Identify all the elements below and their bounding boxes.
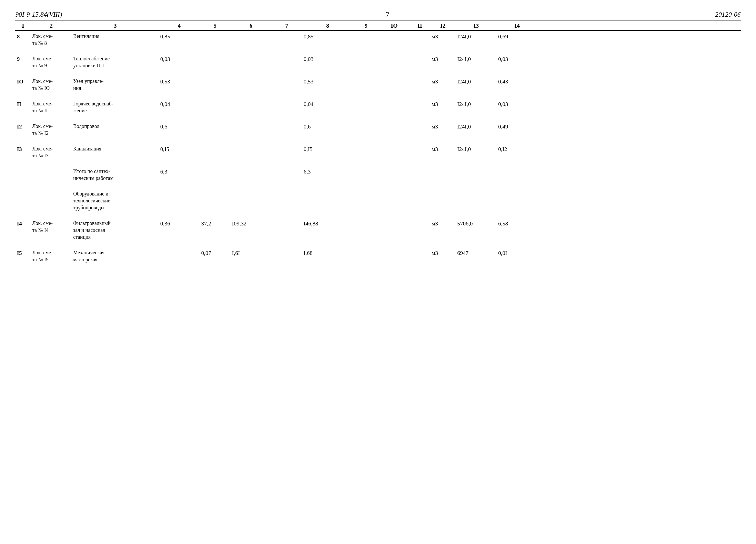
- cell-14: 0,I2: [497, 145, 538, 154]
- cell-1: IO: [15, 77, 31, 86]
- cell-8: [302, 190, 353, 191]
- cell-6: [230, 100, 271, 101]
- column-headers: I 2 3 4 5 6 7 8 9 IO II I2 I3 I4: [15, 20, 741, 31]
- cell-3: Итого по сантех- ническим работам: [72, 167, 159, 182]
- cell-14: 0,49: [497, 122, 538, 131]
- cell-8: 0,04: [302, 100, 353, 109]
- cell-7: [271, 77, 302, 78]
- cell-3: Теплоснабжение установки П-I: [72, 55, 159, 70]
- table-row: I4Лок. сме- та № I4Фильтровальный зал и …: [15, 218, 741, 243]
- cell-11: [410, 145, 430, 146]
- table-row: 9Лок. сме- та № 9Теплоснабжение установк…: [15, 53, 741, 71]
- col-header-11: II: [410, 23, 430, 29]
- col-header-5: 5: [200, 23, 230, 29]
- cell-13: 5706,0: [456, 219, 497, 228]
- col-header-14: I4: [497, 23, 538, 29]
- cell-10: [379, 167, 410, 168]
- cell-12: м3: [430, 145, 456, 154]
- cell-6: [230, 190, 271, 191]
- cell-5: 37,2: [200, 219, 230, 228]
- table-row: Итого по сантех- ническим работам6,36,3: [15, 166, 741, 184]
- cell-12: м3: [430, 77, 456, 86]
- cell-9: [353, 145, 379, 146]
- cell-12: м3: [430, 55, 456, 63]
- cell-10: [379, 249, 410, 250]
- cell-1: [15, 190, 31, 191]
- cell-10: [379, 32, 410, 33]
- cell-12: [430, 167, 456, 168]
- cell-7: [271, 32, 302, 33]
- table-row: I5Лок. сме- та № I5Механическая мастерск…: [15, 247, 741, 265]
- table-body: 8Лок. сме- та № 8Вентиляция0,850,85м3I24…: [15, 31, 741, 270]
- col-header-2: 2: [31, 23, 72, 29]
- cell-4: 0,53: [159, 77, 200, 86]
- cell-5: [200, 145, 230, 146]
- cell-13: I24I,0: [456, 32, 497, 41]
- cell-9: [353, 77, 379, 78]
- cell-1: II: [15, 100, 31, 109]
- cell-12: м3: [430, 122, 456, 131]
- cell-13: [456, 167, 497, 168]
- cell-4: 6,3: [159, 167, 200, 176]
- cell-9: [353, 249, 379, 250]
- cell-1: I4: [15, 219, 31, 228]
- cell-4: 0,85: [159, 32, 200, 41]
- cell-1: 9: [15, 55, 31, 63]
- cell-4: [159, 249, 200, 250]
- cell-10: [379, 55, 410, 56]
- col-header-1: I: [15, 23, 31, 29]
- cell-8: 0,53: [302, 77, 353, 86]
- cell-9: [353, 100, 379, 101]
- cell-1: [15, 167, 31, 168]
- cell-4: 0,6: [159, 122, 200, 131]
- cell-3: Горячее водоснаб- жение: [72, 100, 159, 115]
- cell-8: 0,03: [302, 55, 353, 63]
- cell-13: [456, 190, 497, 191]
- cell-10: [379, 145, 410, 146]
- cell-11: [410, 122, 430, 123]
- cell-13: I24I,0: [456, 77, 497, 86]
- table-row: 8Лок. сме- та № 8Вентиляция0,850,85м3I24…: [15, 31, 741, 49]
- table-row: I3Лок. сме- та № I3Канализация0,I50,I5м3…: [15, 143, 741, 161]
- cell-13: I24I,0: [456, 145, 497, 154]
- col-header-3: 3: [72, 23, 159, 29]
- cell-8: 6,3: [302, 167, 353, 176]
- cell-4: 0,I5: [159, 145, 200, 154]
- cell-10: [379, 77, 410, 78]
- cell-8: I,68: [302, 249, 353, 258]
- cell-8: 0,I5: [302, 145, 353, 154]
- cell-14: [497, 167, 538, 168]
- cell-6: [230, 77, 271, 78]
- cell-2: Лок. сме- та № 9: [31, 55, 72, 70]
- cell-6: I,6I: [230, 249, 271, 258]
- cell-3: Узел управле- ния: [72, 77, 159, 92]
- cell-14: 0,03: [497, 55, 538, 63]
- cell-2: Лок. сме- та № I4: [31, 219, 72, 234]
- cell-5: [200, 55, 230, 56]
- cell-6: [230, 122, 271, 123]
- cell-11: [410, 219, 430, 220]
- cell-12: м3: [430, 249, 456, 258]
- cell-11: [410, 32, 430, 33]
- cell-14: [497, 190, 538, 191]
- cell-7: [271, 122, 302, 123]
- cell-1: 8: [15, 32, 31, 41]
- cell-8: 0,85: [302, 32, 353, 41]
- cell-5: [200, 167, 230, 168]
- cell-12: [430, 190, 456, 191]
- cell-2: Лок. сме- та № I2: [31, 122, 72, 137]
- header-center: - 7 -: [378, 10, 400, 18]
- cell-4: 0,03: [159, 55, 200, 63]
- cell-10: [379, 122, 410, 123]
- cell-13: I24I,0: [456, 55, 497, 63]
- cell-3: Вентиляция: [72, 32, 159, 40]
- cell-9: [353, 32, 379, 33]
- cell-6: [230, 55, 271, 56]
- cell-10: [379, 219, 410, 220]
- header-right: 20120-06: [715, 11, 741, 18]
- cell-9: [353, 219, 379, 220]
- cell-6: [230, 145, 271, 146]
- cell-11: [410, 190, 430, 191]
- table-row: Оборудование и технологические трубопров…: [15, 188, 741, 213]
- cell-1: I3: [15, 145, 31, 154]
